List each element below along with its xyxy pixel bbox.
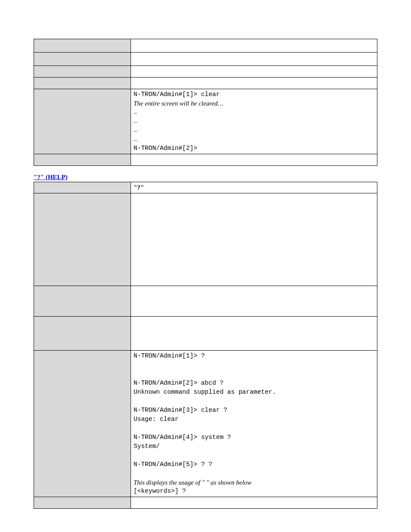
code-line: N-TRON/Admin#[3]> clear ? bbox=[134, 406, 374, 415]
code-line: System/ bbox=[134, 442, 374, 451]
code-line bbox=[134, 397, 374, 406]
code-line bbox=[134, 424, 374, 433]
t2-cmdname-left bbox=[34, 182, 131, 193]
code-line: Usage: clear bbox=[134, 415, 374, 424]
t2-switch-right bbox=[131, 316, 377, 350]
t1-r3-right bbox=[131, 66, 377, 78]
code-line: N-TRON/Admin#[1]> ? bbox=[134, 352, 374, 361]
t1-r6-right bbox=[131, 154, 377, 166]
code-line: … bbox=[134, 126, 374, 135]
help-heading: "?" (HELP) bbox=[34, 174, 377, 181]
code-line: N-TRON/Admin#[2]> abcd ? bbox=[134, 379, 374, 388]
t2-r6-left bbox=[34, 497, 131, 509]
t2-args-left bbox=[34, 286, 131, 316]
t2-r6-right bbox=[131, 497, 377, 509]
code-line bbox=[134, 451, 374, 460]
help-command-name: "?" bbox=[134, 184, 144, 191]
t2-cmdname-right: "?" bbox=[131, 182, 377, 193]
t1-r2-right bbox=[131, 53, 377, 66]
t2-switch-left bbox=[34, 316, 131, 350]
t1-example-right: N-TRON/Admin#[1]> clearThe entire screen… bbox=[131, 89, 377, 154]
code-line: [<keywords>] ? bbox=[134, 487, 374, 496]
code-line: Unknown command supplied as parameter. bbox=[134, 388, 374, 397]
t1-r6-left bbox=[34, 154, 131, 166]
clear-command-table: N-TRON/Admin#[1]> clearThe entire screen… bbox=[34, 39, 377, 166]
t1-example-left bbox=[34, 89, 131, 154]
code-line: This displays the usage of " " as shown … bbox=[134, 478, 374, 487]
code-line: N-TRON/Admin#[1]> clear bbox=[134, 90, 374, 99]
t1-r2-left bbox=[34, 53, 131, 66]
help-command-table: "?" N-TRON/Admin#[1]> ? N-TRON/Admin#[2]… bbox=[34, 182, 377, 509]
t2-desc-left bbox=[34, 193, 131, 286]
code-line: N-TRON/Admin#[5]> ? ? bbox=[134, 460, 374, 469]
code-line: N-TRON/Admin#[2]> bbox=[134, 144, 374, 153]
t1-r4-left bbox=[34, 78, 131, 89]
code-line: … bbox=[134, 117, 374, 126]
t1-r4-right bbox=[131, 78, 377, 89]
code-line: … bbox=[134, 108, 374, 117]
code-line: N-TRON/Admin#[4]> system ? bbox=[134, 433, 374, 442]
t1-r3-left bbox=[34, 66, 131, 78]
code-line bbox=[134, 361, 374, 370]
t2-example-right: N-TRON/Admin#[1]> ? N-TRON/Admin#[2]> ab… bbox=[131, 350, 377, 497]
t1-r1-right bbox=[131, 39, 377, 53]
code-line: … bbox=[134, 135, 374, 144]
t1-r1-left bbox=[34, 39, 131, 53]
code-line bbox=[134, 469, 374, 478]
code-line bbox=[134, 370, 374, 379]
code-line: The entire screen will be cleared… bbox=[134, 99, 374, 108]
page: N-TRON/Admin#[1]> clearThe entire screen… bbox=[0, 0, 411, 532]
t2-example-left bbox=[34, 350, 131, 497]
t2-desc-right bbox=[131, 193, 377, 286]
t2-args-right bbox=[131, 286, 377, 316]
